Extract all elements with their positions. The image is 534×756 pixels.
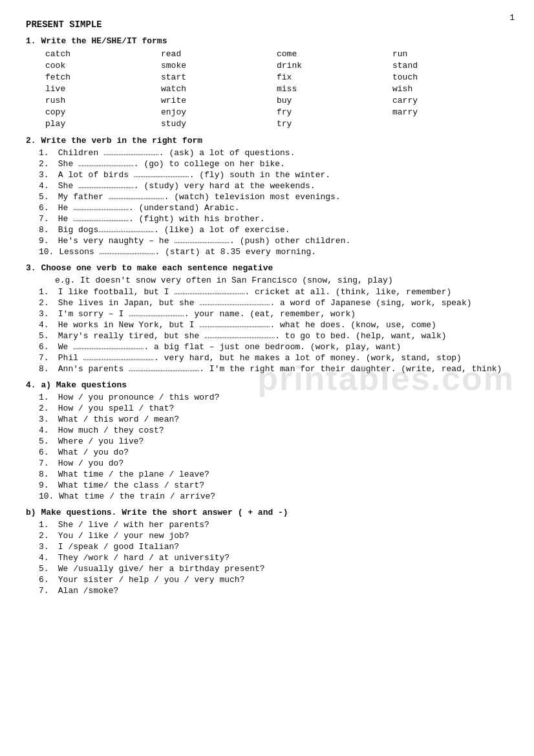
verb-cell: drink [277, 60, 392, 71]
list-item: 8. What time / the plane / leave? [39, 470, 508, 479]
list-item: 4. How much / they cost? [39, 426, 508, 435]
verb-cell: live [45, 83, 161, 94]
list-item: 4. She ……………………………. (study) very hard at… [39, 181, 508, 191]
list-item: 8. Big dogs……………………………. (like) a lot of … [39, 225, 508, 235]
verb-cell [392, 118, 508, 129]
verb-cell: watch [161, 83, 277, 94]
verb-cell: try [277, 118, 392, 129]
list-item: 2. She ……………………………. (go) to college on h… [39, 159, 508, 169]
list-item: 7. Phil ……………………………………. very hard, but h… [39, 353, 508, 363]
list-item: 6. What / you do? [39, 448, 508, 457]
list-item: 7. He ……………………………. (fight) with his brot… [39, 214, 508, 224]
list-item: 9. He's very naughty – he ……………………………. (… [39, 236, 508, 246]
list-item: 6. Your sister / help / you / very much? [39, 575, 508, 585]
list-item: 2. You / like / your new job? [39, 531, 508, 541]
verb-cell: study [161, 118, 277, 129]
section-3-example: e.g. It doesn't snow very often in San F… [55, 275, 508, 285]
verb-cell: marry [392, 107, 508, 118]
section-3-title: 3. Choose one verb to make each sentence… [26, 263, 508, 273]
section-2-list: 1. Children ……………………………. (ask) a lot of … [39, 148, 508, 257]
list-item: 3. What / this word / mean? [39, 415, 508, 424]
list-item: 5. We /usually give/ her a birthday pres… [39, 564, 508, 574]
verb-cell: stand [392, 60, 508, 71]
verb-cell: play [45, 118, 161, 129]
list-item: 6. He ……………………………. (understand) Arabic. [39, 203, 508, 213]
verb-cell: write [161, 95, 277, 106]
verb-cell: fry [277, 107, 392, 118]
verb-cell: start [161, 72, 277, 83]
verb-cell: miss [277, 83, 392, 94]
section-4-list: 1. How / you pronounce / this word?2. Ho… [39, 393, 508, 501]
verb-cell: run [392, 49, 508, 59]
list-item: 6. We ……………………………………. a big flat – just … [39, 342, 508, 352]
section-3-list: 1. I like football, but I ……………………………………… [39, 287, 508, 374]
verb-cell: read [161, 49, 277, 59]
list-item: 10. What time / the train / arrive? [39, 491, 508, 501]
verb-cell: cook [45, 60, 161, 71]
list-item: 5. Mary's really tired, but she ……………………… [39, 331, 508, 341]
list-item: 1. How / you pronounce / this word? [39, 393, 508, 402]
section-4-title: 4. a) Make questions [26, 380, 508, 390]
section-5-title: b) Make questions. Write the short answe… [26, 508, 508, 517]
list-item: 3. I /speak / good Italian? [39, 542, 508, 552]
list-item: 3. A lot of birds ……………………………. (fly) sou… [39, 170, 508, 180]
list-item: 1. She / live / with her parents? [39, 520, 508, 530]
verb-cell: come [277, 49, 392, 59]
list-item: 2. How / you spell / that? [39, 404, 508, 413]
list-item: 4. He works in New York, but I ………………………… [39, 320, 508, 330]
section-2-title: 2. Write the verb in the right form [26, 136, 508, 146]
verb-cell: fix [277, 72, 392, 83]
section-1-title: 1. Write the HE/SHE/IT forms [26, 36, 508, 46]
list-item: 8. Ann's parents ……………………………………. I'm the… [39, 364, 508, 374]
verb-cell: carry [392, 95, 508, 106]
verb-cell: smoke [161, 60, 277, 71]
list-item: 10. Lessons ……………………………. (start) at 8.35… [39, 247, 508, 257]
list-item: 3. I'm sorry – I ……………………………. your name.… [39, 309, 508, 319]
list-item: 7. Alan /smoke? [39, 586, 508, 596]
list-item: 1. I like football, but I ……………………………………… [39, 287, 508, 297]
verb-cell: catch [45, 49, 161, 59]
verb-cell: copy [45, 107, 161, 118]
list-item: 1. Children ……………………………. (ask) a lot of … [39, 148, 508, 158]
verb-cell: rush [45, 95, 161, 106]
list-item: 5. Where / you live? [39, 437, 508, 446]
verb-grid: catchreadcomeruncooksmokedrinkstandfetch… [45, 49, 508, 129]
verb-cell: buy [277, 95, 392, 106]
list-item: 5. My father ……………………………. (watch) televi… [39, 192, 508, 202]
list-item: 7. How / you do? [39, 459, 508, 468]
list-item: 4. They /work / hard / at university? [39, 553, 508, 563]
verb-cell: wish [392, 83, 508, 94]
verb-cell: touch [392, 72, 508, 83]
verb-cell: fetch [45, 72, 161, 83]
page-number: 1 [509, 13, 515, 23]
list-item: 9. What time/ the class / start? [39, 481, 508, 490]
verb-cell: enjoy [161, 107, 277, 118]
main-title: PRESENT SIMPLE [26, 19, 508, 30]
section-5-list: 1. She / live / with her parents?2. You … [39, 520, 508, 596]
list-item: 2. She lives in Japan, but she ………………………… [39, 298, 508, 308]
